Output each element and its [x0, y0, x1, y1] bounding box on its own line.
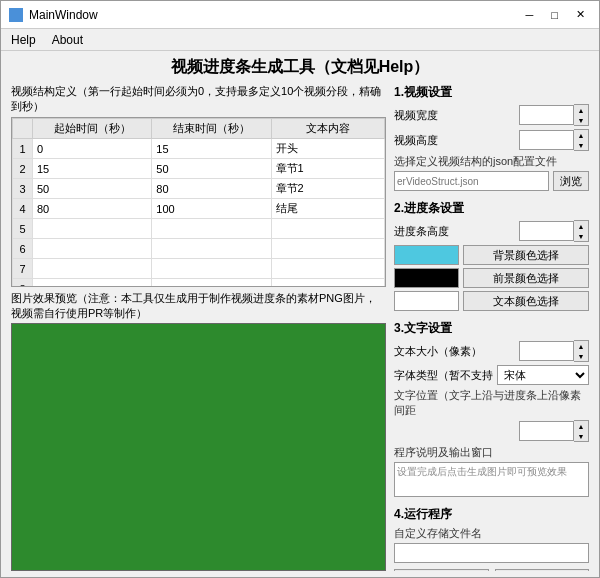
- pos-down-btn[interactable]: ▼: [574, 431, 588, 441]
- height-down-btn[interactable]: ▼: [574, 140, 588, 150]
- font-size-spinner-btns: ▲ ▼: [574, 340, 589, 362]
- font-size-input[interactable]: 46: [519, 341, 574, 361]
- bar-height-spinner: 54 ▲ ▼: [519, 220, 589, 242]
- width-up-btn[interactable]: ▲: [574, 105, 588, 115]
- json-row: 浏览: [394, 171, 589, 191]
- start-input[interactable]: [37, 243, 147, 255]
- row-num: 6: [13, 239, 33, 259]
- start-input[interactable]: [37, 223, 147, 235]
- font-size-down-btn[interactable]: ▼: [574, 351, 588, 361]
- width-down-btn[interactable]: ▼: [574, 115, 588, 125]
- start-input[interactable]: [37, 143, 147, 155]
- app-icon: [9, 8, 23, 22]
- bar-height-input[interactable]: 54: [519, 221, 574, 241]
- bg-color-btn[interactable]: 背景颜色选择: [463, 245, 589, 265]
- height-row: 视频高度 1080 ▲ ▼: [394, 129, 589, 151]
- text-color-row: 文本颜色选择: [394, 291, 589, 311]
- fg-color-btn[interactable]: 前景颜色选择: [463, 268, 589, 288]
- width-input[interactable]: 1920: [519, 105, 574, 125]
- row-text: [271, 199, 384, 219]
- row-text: [271, 159, 384, 179]
- end-input[interactable]: [156, 143, 266, 155]
- table-row: 2: [13, 159, 385, 179]
- save-btn[interactable]: 存储图片: [495, 569, 590, 571]
- end-input[interactable]: [156, 183, 266, 195]
- end-input[interactable]: [156, 283, 266, 288]
- row-text: [271, 259, 384, 279]
- output-textarea[interactable]: 设置完成后点击生成图片即可预览效果: [394, 462, 589, 497]
- json-file-input[interactable]: [394, 171, 549, 191]
- content-area: 视频结构定义（第一行起始时间必须为0，支持最多定义10个视频分段，精确到秒） 起…: [11, 84, 589, 571]
- height-spinner: 1080 ▲ ▼: [519, 129, 589, 151]
- fg-color-preview: [394, 268, 459, 288]
- row-end: [152, 219, 271, 239]
- start-input[interactable]: [37, 183, 147, 195]
- pos-up-btn[interactable]: ▲: [574, 421, 588, 431]
- pos-row: 4 ▲ ▼: [394, 420, 589, 442]
- pos-label: 文字位置（文字上沿与进度条上沿像素间距: [394, 388, 589, 418]
- output-label: 程序说明及输出窗口: [394, 445, 589, 460]
- json-label: 选择定义视频结构的json配置文件: [394, 154, 589, 169]
- end-input[interactable]: [156, 243, 266, 255]
- text-input[interactable]: [276, 163, 380, 175]
- end-input[interactable]: [156, 223, 266, 235]
- menu-help[interactable]: Help: [5, 32, 42, 48]
- right-panel: 1.视频设置 视频宽度 1920 ▲ ▼ 视频高度: [394, 84, 589, 571]
- font-size-label: 文本大小（像素）: [394, 344, 482, 359]
- generate-btn[interactable]: 生成图片: [394, 569, 489, 571]
- page-title: 视频进度条生成工具（文档见Help）: [11, 57, 589, 78]
- text-input[interactable]: [276, 203, 380, 215]
- col-end: 结束时间（秒）: [152, 119, 271, 139]
- section4-title: 4.运行程序: [394, 506, 589, 523]
- text-input[interactable]: [276, 223, 380, 235]
- text-input[interactable]: [276, 283, 380, 288]
- window-title: MainWindow: [29, 8, 98, 22]
- close-btn[interactable]: ✕: [570, 8, 591, 21]
- table-row: 5: [13, 219, 385, 239]
- text-input[interactable]: [276, 263, 380, 275]
- start-input[interactable]: [37, 283, 147, 288]
- browse-btn[interactable]: 浏览: [553, 171, 589, 191]
- end-input[interactable]: [156, 263, 266, 275]
- bar-height-down-btn[interactable]: ▼: [574, 231, 588, 241]
- row-start: [33, 139, 152, 159]
- table-row: 7: [13, 259, 385, 279]
- row-num: 2: [13, 159, 33, 179]
- height-up-btn[interactable]: ▲: [574, 130, 588, 140]
- end-input[interactable]: [156, 163, 266, 175]
- pos-input[interactable]: 4: [519, 421, 574, 441]
- start-input[interactable]: [37, 163, 147, 175]
- font-size-up-btn[interactable]: ▲: [574, 341, 588, 351]
- start-input[interactable]: [37, 263, 147, 275]
- row-start: [33, 279, 152, 288]
- height-input[interactable]: 1080: [519, 130, 574, 150]
- section-text: 3.文字设置 文本大小（像素） 46 ▲ ▼ 字体类型（: [394, 320, 589, 500]
- bar-height-up-btn[interactable]: ▲: [574, 221, 588, 231]
- row-start: [33, 179, 152, 199]
- section3-title: 3.文字设置: [394, 320, 589, 337]
- minimize-btn[interactable]: ─: [520, 9, 540, 21]
- filename-input[interactable]: [394, 543, 589, 563]
- text-color-btn[interactable]: 文本颜色选择: [463, 291, 589, 311]
- font-select[interactable]: 宋体: [497, 365, 589, 385]
- end-input[interactable]: [156, 203, 266, 215]
- preview-label: 图片效果预览（注意：本工具仅生成用于制作视频进度条的素材PNG图片，视频需自行使…: [11, 291, 386, 321]
- pos-spinner-btns: ▲ ▼: [574, 420, 589, 442]
- bar-height-label: 进度条高度: [394, 224, 449, 239]
- menu-about[interactable]: About: [46, 32, 89, 48]
- section2-title: 2.进度条设置: [394, 200, 589, 217]
- start-input[interactable]: [37, 203, 147, 215]
- text-input[interactable]: [276, 243, 380, 255]
- table-row: 6: [13, 239, 385, 259]
- section-video: 1.视频设置 视频宽度 1920 ▲ ▼ 视频高度: [394, 84, 589, 194]
- font-size-spinner: 46 ▲ ▼: [519, 340, 589, 362]
- table-container[interactable]: 起始时间（秒） 结束时间（秒） 文本内容 12345678: [11, 117, 386, 287]
- text-input[interactable]: [276, 183, 380, 195]
- row-start: [33, 199, 152, 219]
- row-num: 3: [13, 179, 33, 199]
- text-input[interactable]: [276, 143, 380, 155]
- bar-height-spinner-btns: ▲ ▼: [574, 220, 589, 242]
- main-window: MainWindow ─ □ ✕ Help About 视频进度条生成工具（文档…: [0, 0, 600, 578]
- maximize-btn[interactable]: □: [545, 9, 564, 21]
- bg-color-preview: [394, 245, 459, 265]
